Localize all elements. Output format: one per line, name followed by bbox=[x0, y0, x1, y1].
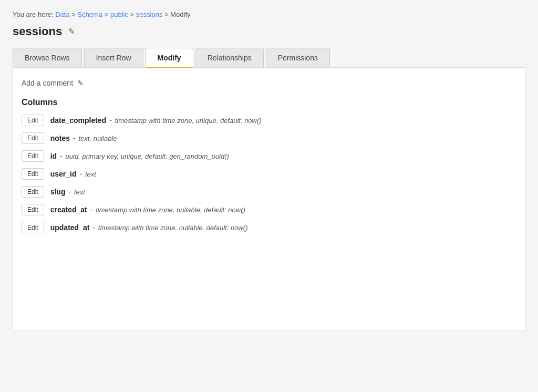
column-name-updated-at: updated_at - timestamp with time zone, n… bbox=[50, 223, 248, 232]
column-row-id: Edit id - uuid, primary key, unique, def… bbox=[22, 150, 516, 162]
breadcrumb-data[interactable]: Data bbox=[55, 11, 69, 18]
edit-date-completed-button[interactable]: Edit bbox=[22, 115, 44, 126]
columns-heading: Columns bbox=[22, 98, 516, 107]
column-row-notes: Edit notes - text, nullable bbox=[22, 132, 516, 144]
columns-list: Edit date_completed - timestamp with tim… bbox=[22, 115, 516, 233]
tab-insert-row[interactable]: Insert Row bbox=[84, 48, 143, 67]
tabs: Browse Rows Insert Row Modify Relationsh… bbox=[13, 48, 525, 68]
add-comment-label: Add a comment bbox=[22, 79, 73, 87]
column-name-notes: notes - text, nullable bbox=[50, 134, 117, 142]
column-row-slug: Edit slug - text bbox=[22, 186, 516, 198]
column-name-id: id - uuid, primary key, unique, default:… bbox=[50, 152, 229, 160]
page-title-row: sessions ✎ bbox=[13, 25, 525, 38]
breadcrumb: You are here: Data > Schema > public > s… bbox=[13, 11, 525, 18]
tab-modify[interactable]: Modify bbox=[146, 48, 193, 67]
breadcrumb-prefix: You are here: bbox=[13, 11, 54, 18]
edit-updated-at-button[interactable]: Edit bbox=[22, 222, 44, 233]
column-name-date-completed: date_completed - timestamp with time zon… bbox=[50, 116, 262, 125]
breadcrumb-current: Modify bbox=[170, 11, 190, 18]
tab-relationships[interactable]: Relationships bbox=[195, 48, 264, 67]
column-name-created-at: created_at - timestamp with time zone, n… bbox=[50, 205, 245, 214]
column-row-user-id: Edit user_id - text bbox=[22, 168, 516, 180]
edit-slug-button[interactable]: Edit bbox=[22, 186, 44, 198]
edit-id-button[interactable]: Edit bbox=[22, 150, 44, 162]
column-row-updated-at: Edit updated_at - timestamp with time zo… bbox=[22, 222, 516, 233]
edit-user-id-button[interactable]: Edit bbox=[22, 168, 44, 180]
tab-browse-rows[interactable]: Browse Rows bbox=[13, 48, 82, 67]
edit-created-at-button[interactable]: Edit bbox=[22, 204, 44, 215]
edit-notes-button[interactable]: Edit bbox=[22, 132, 44, 144]
add-comment-row: Add a comment ✎ bbox=[22, 79, 516, 87]
column-row-date-completed: Edit date_completed - timestamp with tim… bbox=[22, 115, 516, 126]
breadcrumb-public[interactable]: public bbox=[110, 11, 128, 18]
tab-content-modify: Add a comment ✎ Columns Edit date_comple… bbox=[13, 68, 525, 331]
page-title: sessions bbox=[13, 25, 62, 38]
add-comment-edit-icon[interactable]: ✎ bbox=[77, 79, 84, 87]
breadcrumb-schema[interactable]: Schema bbox=[78, 11, 103, 18]
column-name-slug: slug - text bbox=[50, 188, 85, 196]
column-row-created-at: Edit created_at - timestamp with time zo… bbox=[22, 204, 516, 215]
edit-title-button[interactable]: ✎ bbox=[66, 26, 77, 37]
tab-permissions[interactable]: Permissions bbox=[266, 48, 330, 67]
column-name-user-id: user_id - text bbox=[50, 170, 96, 178]
breadcrumb-sessions[interactable]: sessions bbox=[136, 11, 163, 18]
